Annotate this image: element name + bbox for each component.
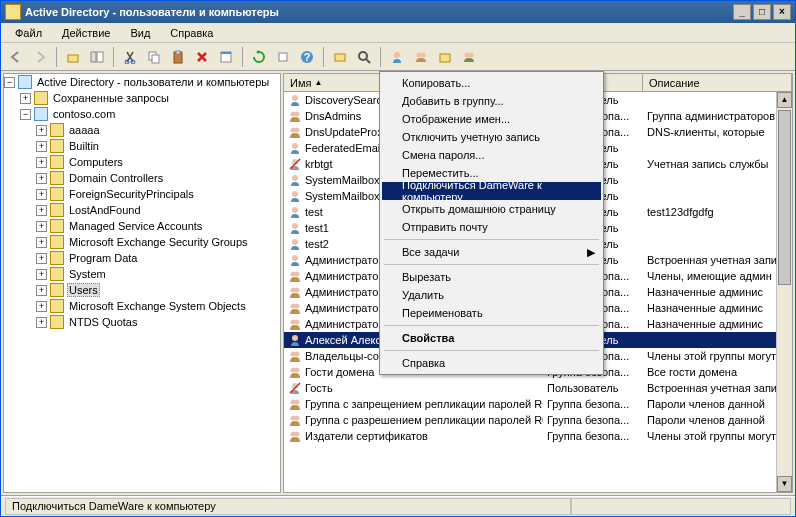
ctx-item[interactable]: Добавить в группу...	[382, 92, 601, 110]
folder-icon	[50, 299, 64, 313]
close-button[interactable]: ×	[773, 4, 791, 20]
list-row[interactable]: Издатели сертификатовГруппа безопа...Чле…	[284, 428, 792, 444]
folder-icon	[50, 171, 64, 185]
new-ou-button[interactable]	[434, 46, 456, 68]
user-icon	[288, 221, 302, 235]
paste-button[interactable]	[167, 46, 189, 68]
svg-rect-2	[97, 52, 103, 62]
copy-button[interactable]	[143, 46, 165, 68]
ctx-item[interactable]: Справка	[382, 354, 601, 372]
ctx-separator	[384, 350, 599, 351]
show-hide-tree-button[interactable]	[86, 46, 108, 68]
ctx-item[interactable]: Отображение имен...	[382, 110, 601, 128]
export-button[interactable]	[272, 46, 294, 68]
tree-domain[interactable]: − contoso.com	[4, 106, 280, 122]
tree-node[interactable]: +LostAndFound	[4, 202, 280, 218]
refresh-button[interactable]	[248, 46, 270, 68]
new-user-button[interactable]	[386, 46, 408, 68]
tree-node[interactable]: +Builtin	[4, 138, 280, 154]
menu-action[interactable]: Действие	[54, 25, 118, 41]
menu-help[interactable]: Справка	[162, 25, 221, 41]
tree-node[interactable]: +Users	[4, 282, 280, 298]
svg-point-32	[292, 223, 298, 229]
col-desc[interactable]: Описание	[643, 74, 792, 91]
cut-button[interactable]	[119, 46, 141, 68]
row-desc: Учетная запись службы	[643, 158, 792, 170]
ctx-item[interactable]: Вырезать	[382, 268, 601, 286]
find-button[interactable]	[329, 46, 351, 68]
ctx-item[interactable]: Отключить учетную запись	[382, 128, 601, 146]
properties-button[interactable]	[215, 46, 237, 68]
svg-point-54	[295, 432, 300, 437]
add-to-group-button[interactable]	[458, 46, 480, 68]
svg-point-22	[292, 95, 298, 101]
svg-point-26	[295, 128, 300, 133]
tree-saved-queries[interactable]: + Сохраненные запросы	[4, 90, 280, 106]
minimize-button[interactable]: _	[733, 4, 751, 20]
svg-point-38	[295, 288, 300, 293]
list-row[interactable]: Группа с запрещением репликации паролей …	[284, 396, 792, 412]
tree-panel[interactable]: − Active Directory - пользователи и комп…	[3, 73, 281, 493]
new-group-button[interactable]	[410, 46, 432, 68]
menu-file[interactable]: Файл	[7, 25, 50, 41]
tree-node[interactable]: +System	[4, 266, 280, 282]
scroll-thumb[interactable]	[778, 110, 791, 285]
svg-point-43	[292, 335, 298, 341]
ctx-item[interactable]: Открыть домашнюю страницу	[382, 200, 601, 218]
list-row[interactable]: Группа с разрешением репликации паролей …	[284, 412, 792, 428]
row-type: Группа безопа...	[543, 430, 643, 442]
folder-icon	[50, 235, 64, 249]
list-row[interactable]: ГостьПользовательВстроенная учетная запи…	[284, 380, 792, 396]
tree-node[interactable]: +Domain Controllers	[4, 170, 280, 186]
row-desc: Члены этой группы могут	[643, 430, 792, 442]
tree-node[interactable]: +Program Data	[4, 250, 280, 266]
row-desc: Члены этой группы могут	[643, 350, 792, 362]
tree-node[interactable]: +Managed Service Accounts	[4, 218, 280, 234]
scroll-down-button[interactable]: ▼	[777, 476, 792, 492]
ctx-item[interactable]: Все задачи▶	[382, 243, 601, 261]
ctx-item[interactable]: Удалить	[382, 286, 601, 304]
ctx-item[interactable]: Переименовать	[382, 304, 601, 322]
folder-icon	[50, 139, 64, 153]
svg-rect-8	[176, 51, 180, 54]
svg-point-40	[295, 304, 300, 309]
domain-icon	[34, 107, 48, 121]
menu-view[interactable]: Вид	[122, 25, 158, 41]
folder-icon	[50, 283, 64, 297]
ctx-item[interactable]: Подключиться DameWare к компьютеру	[382, 182, 601, 200]
row-desc: Назначенные админис	[643, 318, 792, 330]
tree-node[interactable]: +Computers	[4, 154, 280, 170]
maximize-button[interactable]: □	[753, 4, 771, 20]
scroll-up-button[interactable]: ▲	[777, 92, 792, 108]
svg-point-36	[295, 272, 300, 277]
tree-node[interactable]: +ForeignSecurityPrincipals	[4, 186, 280, 202]
svg-point-42	[295, 320, 300, 325]
up-button[interactable]	[62, 46, 84, 68]
vertical-scrollbar[interactable]: ▲ ▼	[776, 92, 792, 492]
svg-point-29	[292, 175, 298, 181]
tree-node[interactable]: +aaaaa	[4, 122, 280, 138]
tree-node[interactable]: +Microsoft Exchange System Objects	[4, 298, 280, 314]
svg-point-30	[292, 191, 298, 197]
filter-button[interactable]	[353, 46, 375, 68]
group-icon	[288, 109, 302, 123]
forward-button[interactable]	[29, 46, 51, 68]
tree-node[interactable]: +NTDS Quotas	[4, 314, 280, 330]
help-button[interactable]: ?	[296, 46, 318, 68]
row-type: Пользователь	[543, 382, 643, 394]
back-button[interactable]	[5, 46, 27, 68]
ctx-item[interactable]: Смена пароля...	[382, 146, 601, 164]
ctx-item[interactable]: Отправить почту	[382, 218, 601, 236]
delete-button[interactable]	[191, 46, 213, 68]
svg-point-24	[295, 112, 300, 117]
tree-root[interactable]: − Active Directory - пользователи и комп…	[4, 74, 280, 90]
ctx-item[interactable]: Копировать...	[382, 74, 601, 92]
user-icon	[288, 333, 302, 347]
tree-node[interactable]: +Microsoft Exchange Security Groups	[4, 234, 280, 250]
titlebar[interactable]: Active Directory - пользователи и компью…	[1, 1, 795, 23]
app-icon	[5, 4, 21, 20]
folder-icon	[50, 123, 64, 137]
ctx-separator	[384, 239, 599, 240]
ctx-item[interactable]: Свойства	[382, 329, 601, 347]
svg-rect-1	[91, 52, 96, 62]
